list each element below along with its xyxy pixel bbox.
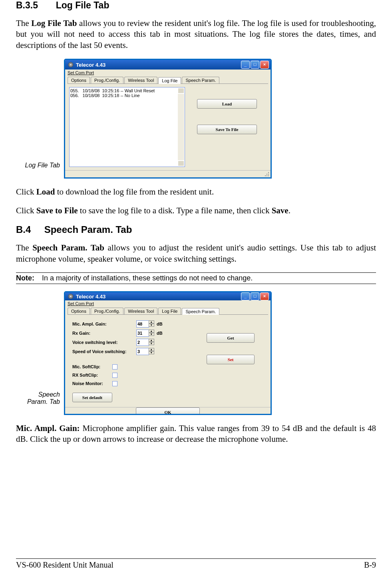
log-entry-055: 055. 10/18/08 10:25:16 -- Wall Unit Rese… <box>70 88 184 93</box>
footer-page-number: B-9 <box>364 560 376 570</box>
mic-gain-spinner[interactable]: ▴▾ <box>149 320 154 328</box>
voice-switch-speed-spinner[interactable]: ▴▾ <box>149 348 154 355</box>
heading-b35: B.3.5 Log File Tab <box>16 0 376 11</box>
label-mic-softclip: Mic. SoftClip: <box>72 364 112 369</box>
set-button[interactable]: Set <box>207 355 255 364</box>
paragraph-speech-intro: The Speech Param. Tab allows you to adju… <box>16 242 376 264</box>
rx-gain-unit: dB <box>157 331 163 336</box>
tab-prog-config[interactable]: Prog./Config. <box>91 77 123 83</box>
log-listbox[interactable]: 055. 10/18/08 10:25:16 -- Wall Unit Rese… <box>69 87 185 167</box>
get-button[interactable]: Get <box>207 333 255 343</box>
row-mic-gain: Mic. Ampl. Gain: 48 ▴▾ dB <box>72 320 263 328</box>
load-button[interactable]: Load <box>197 99 257 109</box>
label-noise-monitor: Noise Monitor: <box>72 381 112 386</box>
voice-switch-level-value[interactable]: 2 <box>136 339 149 346</box>
checkbox-mic-softclip[interactable] <box>112 364 117 369</box>
rx-gain-spinner[interactable]: ▴▾ <box>149 330 154 337</box>
menu-set-com-port[interactable]: Set Com Port <box>68 301 94 306</box>
scroll-down-icon[interactable] <box>178 161 184 166</box>
tab-wireless-tool[interactable]: Wireless Tool <box>124 77 157 83</box>
note-label: Note: <box>16 274 34 282</box>
page-footer: VS-600 Resident Unit Manual B-9 <box>16 558 376 570</box>
checkbox-noise-monitor[interactable] <box>112 381 117 386</box>
svg-rect-7 <box>268 175 269 176</box>
paragraph-click-save: Click Save to File to save the log file … <box>16 205 376 216</box>
set-default-button[interactable]: Set default <box>72 393 112 402</box>
statusbar <box>65 170 271 177</box>
log-entry-056: 056. 10/18/08 10:25:18 -- No Line <box>70 93 184 98</box>
ok-button[interactable]: OK <box>136 407 200 415</box>
speech-panel: Mic. Ampl. Gain: 48 ▴▾ dB Rx Gain: 31 ▴▾… <box>65 315 271 407</box>
mic-gain-unit: dB <box>157 322 163 326</box>
heading-title: Log File Tab <box>56 0 109 10</box>
row-rx-softclip: RX SoftClip: <box>72 371 263 379</box>
menu-set-com-port[interactable]: Set Com Port <box>68 70 94 75</box>
ok-bar: OK <box>65 407 271 415</box>
label-voice-switch-level: Voice switching level: <box>72 340 136 345</box>
app-window-log: Telecor 4.43 _ □ × Set Com Port Options … <box>64 59 272 179</box>
close-button[interactable]: × <box>260 292 269 300</box>
paragraph-click-load: Click Load to download the log file from… <box>16 187 376 197</box>
save-to-file-button[interactable]: Save To File <box>197 125 257 134</box>
tab-prog-config[interactable]: Prog./Config. <box>91 308 123 314</box>
heading-b4: B.4 Speech Param. Tab <box>16 224 376 235</box>
tabbar: Options Prog./Config. Wireless Tool Log … <box>65 307 271 314</box>
minimize-button[interactable]: _ <box>241 61 250 69</box>
heading-title: Speech Param. Tab <box>44 224 132 235</box>
svg-rect-6 <box>267 175 267 176</box>
voice-switch-level-spinner[interactable]: ▴▾ <box>149 339 154 346</box>
tab-log-file[interactable]: Log File <box>158 308 181 314</box>
scroll-up-icon[interactable] <box>178 88 184 93</box>
minimize-button[interactable]: _ <box>241 292 250 300</box>
scrollbar-track[interactable] <box>178 94 184 160</box>
app-icon <box>68 293 74 300</box>
tab-speech-param[interactable]: Speech Param. <box>182 77 219 83</box>
log-button-column: Load Save To File <box>185 87 257 167</box>
svg-rect-4 <box>268 174 269 175</box>
close-button[interactable]: × <box>260 61 269 69</box>
svg-rect-2 <box>268 172 269 173</box>
tab-options[interactable]: Options <box>68 77 90 83</box>
tab-log-file[interactable]: Log File <box>158 77 181 84</box>
heading-number: B.3.5 <box>16 0 38 10</box>
mic-gain-value[interactable]: 48 <box>136 320 149 328</box>
titlebar: Telecor 4.43 _ □ × <box>65 60 271 70</box>
checkbox-rx-softclip[interactable] <box>112 373 117 378</box>
resize-grip-icon[interactable] <box>264 171 270 177</box>
app-icon <box>68 62 74 68</box>
rx-gain-value[interactable]: 31 <box>136 330 149 337</box>
log-panel: 055. 10/18/08 10:25:16 -- Wall Unit Rese… <box>65 84 271 170</box>
figure-speech-param-tab: Speech Param. Tab Telecor 4.43 _ □ × Set… <box>16 291 376 415</box>
label-rx-gain: Rx Gain: <box>72 331 136 336</box>
maximize-button[interactable]: □ <box>251 292 259 300</box>
heading-number: B.4 <box>16 224 31 235</box>
titlebar: Telecor 4.43 _ □ × <box>65 292 271 300</box>
menubar: Set Com Port <box>65 70 271 76</box>
window-title: Telecor 4.43 <box>76 62 240 68</box>
menubar: Set Com Port <box>65 300 271 307</box>
label-voice-switch-speed: Speed of Voice switching: <box>72 349 136 354</box>
paragraph-logfile-intro: The Log File Tab allows you to review th… <box>16 18 376 51</box>
window-title: Telecor 4.43 <box>76 294 240 300</box>
svg-rect-3 <box>267 174 267 175</box>
label-rx-softclip: RX SoftClip: <box>72 373 112 377</box>
figure-caption: Speech Param. Tab <box>16 391 64 415</box>
paragraph-mic-ampl-gain: Mic. Ampl. Gain: Microphone amplifier ga… <box>16 423 376 445</box>
note-text: In a majority of installations, these se… <box>42 274 253 282</box>
figure-caption: Log File Tab <box>16 162 64 179</box>
label-mic-gain: Mic. Ampl. Gain: <box>72 322 136 326</box>
tabbar: Options Prog./Config. Wireless Tool Log … <box>65 76 271 83</box>
figure-log-file-tab: Log File Tab Telecor 4.43 _ □ × Set Com … <box>16 59 376 179</box>
svg-point-9 <box>70 296 72 297</box>
tab-options[interactable]: Options <box>68 308 90 314</box>
svg-rect-5 <box>265 175 266 176</box>
tab-wireless-tool[interactable]: Wireless Tool <box>124 308 157 314</box>
app-window-speech: Telecor 4.43 _ □ × Set Com Port Options … <box>64 291 272 415</box>
row-noise-monitor: Noise Monitor: <box>72 379 263 387</box>
maximize-button[interactable]: □ <box>251 61 259 69</box>
tab-speech-param[interactable]: Speech Param. <box>182 308 219 315</box>
voice-switch-speed-value[interactable]: 3 <box>136 348 149 355</box>
svg-point-1 <box>70 64 72 66</box>
note-box: Note: In a majority of installations, th… <box>16 272 376 284</box>
footer-manual-title: VS-600 Resident Unit Manual <box>16 560 113 570</box>
